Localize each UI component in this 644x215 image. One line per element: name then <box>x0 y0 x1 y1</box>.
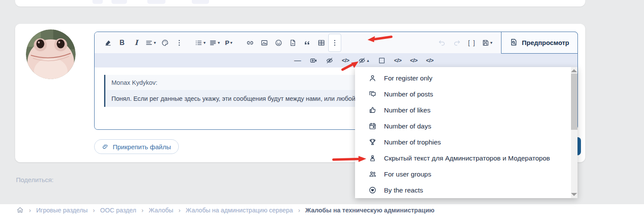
insert-link-button[interactable] <box>243 35 257 50</box>
frog-avatar-image <box>26 29 76 79</box>
breadcrumb: ›Игровые разделы›ООС раздел›Жалобы›Жалоб… <box>0 204 644 214</box>
dropdown-item-4[interactable]: Number of trophies <box>355 134 571 150</box>
toggle-bb-code-button[interactable]: [ ] <box>465 35 479 50</box>
horizontal-rule-button[interactable]: — <box>292 55 304 66</box>
spoiler-box-button[interactable] <box>376 55 388 66</box>
insert-table-button[interactable] <box>314 35 328 50</box>
dropdown-item-label: Number of posts <box>384 90 433 98</box>
dropdown-item-label: For user groups <box>384 170 431 178</box>
remove-format-button[interactable] <box>101 35 115 50</box>
home-icon[interactable] <box>16 206 24 214</box>
font-size-button[interactable]: ▾ <box>143 35 158 50</box>
posts-icon <box>368 90 377 98</box>
list-button[interactable]: ▾ <box>193 35 207 50</box>
more-tools-button[interactable] <box>328 34 341 52</box>
toolbar-group <box>243 34 341 52</box>
dropdown-item-label: For register only <box>384 74 432 82</box>
breadcrumb-separator: › <box>29 207 31 214</box>
insert-media-button[interactable] <box>286 35 300 50</box>
page: BI▾▾▾P▾ [ ]▾ Предпросмотр —</>▴</></></>… <box>0 0 644 215</box>
trophy-icon <box>368 138 377 146</box>
share-label: Поделиться: <box>16 176 54 183</box>
php-code-button[interactable]: </> <box>408 55 420 66</box>
anon-icon <box>368 154 377 162</box>
heartc-icon <box>368 186 377 194</box>
breadcrumb-link[interactable]: Жалобы на администрацию сервера <box>186 207 293 214</box>
code-block-button[interactable]: </> <box>392 55 404 66</box>
undo-button <box>435 35 449 50</box>
top-bar <box>15 0 585 6</box>
preview-label: Предпросмотр <box>522 39 569 46</box>
dropdown-item-7[interactable]: By the reacts <box>355 182 571 198</box>
scroll-down-icon[interactable] <box>571 193 577 196</box>
toolbar-group: ▾▾P▾ <box>193 35 236 50</box>
alignment-button[interactable]: ▾ <box>207 35 222 50</box>
dropdown-item-label: Скрытый текст для Администраторов и Моде… <box>384 154 550 162</box>
preview-icon <box>510 38 518 48</box>
paperclip-icon <box>102 143 109 150</box>
attach-files-button[interactable]: Прикрепить файлы <box>94 139 179 154</box>
person-icon <box>368 74 377 82</box>
quote-button[interactable] <box>300 35 314 50</box>
groups-icon <box>368 170 377 178</box>
attach-files-label: Прикрепить файлы <box>113 143 171 151</box>
breadcrumb-link[interactable]: Игровые разделы <box>36 207 88 214</box>
dropdown-scrollbar[interactable] <box>571 67 577 198</box>
dropdown-item-label: Number of likes <box>384 106 431 114</box>
insert-image-button[interactable] <box>257 35 271 50</box>
media-embed-button[interactable] <box>308 55 320 66</box>
cutoff-button <box>192 0 209 4</box>
smilies-button[interactable] <box>271 35 286 50</box>
like-icon <box>368 106 377 114</box>
html-code-button[interactable]: </> <box>424 55 436 66</box>
scrollbar-thumb[interactable] <box>571 74 577 130</box>
dropdown-item-5[interactable]: Скрытый текст для Администраторов и Моде… <box>355 150 571 166</box>
italic-button[interactable]: I <box>129 35 143 50</box>
dropdown-item-6[interactable]: For user groups <box>355 166 571 182</box>
breadcrumb-separator: › <box>298 207 300 214</box>
dropdown-item-label: Number of days <box>384 122 431 130</box>
breadcrumb-link[interactable]: Жалобы <box>149 207 173 214</box>
more-paragraph-button[interactable] <box>172 35 186 50</box>
scroll-up-icon[interactable] <box>571 69 577 72</box>
dropdown-item-3[interactable]: Number of days <box>355 118 571 134</box>
preview-button[interactable]: Предпросмотр <box>501 32 578 54</box>
inline-code-button[interactable]: </> <box>339 55 352 66</box>
bold-button[interactable]: B <box>115 35 129 50</box>
editor-toolbar: BI▾▾▾P▾ [ ]▾ Предпросмотр <box>95 32 577 53</box>
calendar-icon <box>368 122 377 130</box>
paragraph-format-button[interactable]: P▾ <box>222 35 236 50</box>
dropdown-item-label: Number of trophies <box>384 138 441 146</box>
breadcrumb-separator: › <box>141 207 143 214</box>
editor-toolbar-overflow: —</>▴</></></> <box>95 53 577 67</box>
breadcrumb-link[interactable]: ООС раздел <box>100 207 136 214</box>
cutoff-button <box>147 0 165 4</box>
dropdown-item-2[interactable]: Number of likes <box>355 102 571 118</box>
cutoff-button <box>111 0 127 4</box>
breadcrumb-separator: › <box>93 207 95 214</box>
inline-spoiler-button[interactable] <box>324 55 336 66</box>
toolbar-group: BI▾ <box>101 35 186 50</box>
text-color-button[interactable] <box>158 35 172 50</box>
dropdown-item-1[interactable]: Number of posts <box>355 86 571 102</box>
avatar[interactable] <box>26 29 76 79</box>
cutoff-button <box>92 0 103 4</box>
redo-button <box>450 35 464 50</box>
breadcrumb-current: Жалобы на техническую администрацию <box>305 207 435 214</box>
dropdown-item-label: By the reacts <box>384 186 423 194</box>
drafts-save-button[interactable]: ▾ <box>480 35 494 50</box>
breadcrumb-bar: ›Игровые разделы›ООС раздел›Жалобы›Жалоб… <box>0 204 644 215</box>
dropdown-item-0[interactable]: For register only <box>355 70 571 86</box>
breadcrumb-separator: › <box>178 207 181 214</box>
hide-options-dropdown: For register onlyNumber of postsNumber o… <box>355 67 577 198</box>
hide-dropdown-button[interactable]: ▴ <box>355 55 372 66</box>
